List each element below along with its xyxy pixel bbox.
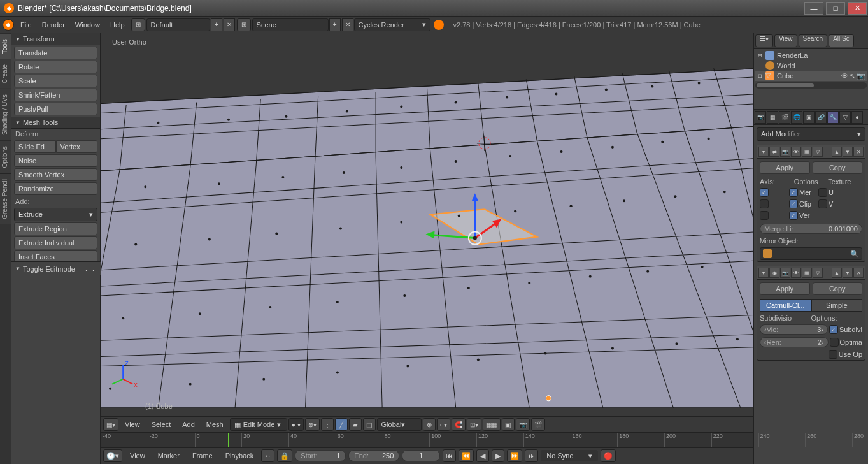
mod-display-icon[interactable]: 👁 xyxy=(791,147,801,157)
pivot-icon[interactable]: ⊕▾ xyxy=(305,418,320,431)
tl-playback-menu[interactable]: Playback xyxy=(220,452,259,460)
mod2-moveup-icon[interactable]: ▲ xyxy=(832,268,842,278)
scene-delete-button[interactable]: ✕ xyxy=(342,18,353,31)
render-preview-icon[interactable]: ▣ xyxy=(502,418,515,431)
render-engine-select[interactable]: Cycles Render▾ xyxy=(354,18,430,31)
outliner-item-renderlayers[interactable]: ⊞RenderLa xyxy=(755,50,867,61)
tl-frame-menu[interactable]: Frame xyxy=(187,452,218,460)
mirror-copy-button[interactable]: Copy xyxy=(813,161,863,174)
limit-selection-icon[interactable]: ◫ xyxy=(363,418,376,431)
mod2-delete-icon[interactable]: ✕ xyxy=(853,268,864,278)
start-frame-field[interactable]: Start:1 xyxy=(295,450,346,461)
play-reverse-icon[interactable]: ◀ xyxy=(476,449,489,462)
merge-limit-field[interactable]: Merge Li:0.001000 xyxy=(760,224,862,234)
layout-add-button[interactable]: + xyxy=(211,18,222,31)
timeline-ruler[interactable]: -40-200204060801001201401601802002202402… xyxy=(101,433,753,448)
props-scene-icon[interactable]: 🎬 xyxy=(779,111,790,124)
extrude-dropdown[interactable]: Extrude▾ xyxy=(14,208,97,221)
smooth-vertex-button[interactable]: Smooth Vertex xyxy=(14,168,97,181)
last-operator-panel[interactable]: Toggle Editmode ⋮⋮ xyxy=(11,261,101,275)
outliner-item-cube[interactable]: ⊞▽Cube👁↖📷 xyxy=(755,71,867,81)
tab-options[interactable]: Options xyxy=(0,140,11,173)
outliner-all-scenes[interactable]: All Sc xyxy=(829,34,854,47)
tab-shading-uvs[interactable]: Shading / UVs xyxy=(0,89,11,140)
outliner-item-world[interactable]: World xyxy=(755,61,867,71)
slide-vertex-button[interactable]: Vertex xyxy=(56,140,98,153)
3d-viewport[interactable]: z x User Ortho (1) Cube xyxy=(101,33,753,416)
cursor-icon[interactable]: ↖ xyxy=(850,72,855,80)
noise-button[interactable]: Noise xyxy=(14,154,97,167)
props-modifiers-icon[interactable]: 🔧 xyxy=(827,111,839,124)
help-menu[interactable]: Help xyxy=(105,21,130,29)
outliner[interactable]: ⊞RenderLa World ⊞▽Cube👁↖📷 xyxy=(754,49,868,110)
vertex-select-icon[interactable]: ⋮ xyxy=(321,418,334,431)
jump-start-icon[interactable]: ⏮ xyxy=(443,449,456,462)
mirror-clip-checkbox[interactable]: ✓ xyxy=(789,199,798,208)
current-frame-field[interactable]: 1 xyxy=(402,450,440,461)
vp-mesh-menu[interactable]: Mesh xyxy=(201,421,229,428)
subsurf-copy-button[interactable]: Copy xyxy=(813,282,863,295)
autokey-icon[interactable]: 🔴 xyxy=(601,449,616,462)
add-modifier-dropdown[interactable]: Add Modifier▾ xyxy=(757,127,865,141)
mod-moveup-icon[interactable]: ▲ xyxy=(832,147,842,157)
view-subdiv-field[interactable]: ‹Vie:3› xyxy=(760,324,828,335)
tl-view-menu[interactable]: View xyxy=(125,452,150,460)
scene-add-button[interactable]: + xyxy=(329,18,341,31)
extrude-region-button[interactable]: Extrude Region xyxy=(14,222,97,235)
tab-tools[interactable]: Tools xyxy=(0,33,11,59)
scale-button[interactable]: Scale xyxy=(14,75,97,87)
scene-select[interactable]: Scene xyxy=(252,18,329,31)
mirror-tex-v-checkbox[interactable] xyxy=(818,199,827,208)
screen-layout-select[interactable]: Default xyxy=(146,18,210,31)
mirror-vgroup-checkbox[interactable]: ✓ xyxy=(789,211,798,220)
screen-layout-browse-icon[interactable]: ⊞ xyxy=(131,18,145,31)
scene-browse-icon[interactable]: ⊞ xyxy=(237,18,251,31)
mod2-cage-icon[interactable]: ▽ xyxy=(813,268,823,278)
mod-editmode-icon[interactable]: ▦ xyxy=(802,147,812,157)
tl-lock-icon[interactable]: 🔒 xyxy=(277,449,292,462)
timeline-cursor[interactable] xyxy=(228,433,229,447)
shrink-fatten-button[interactable]: Shrink/Fatten xyxy=(14,89,97,101)
mod-expand-icon[interactable]: ▾ xyxy=(758,147,769,157)
window-close-button[interactable]: ✕ xyxy=(848,2,867,15)
proportional-edit-icon[interactable]: ○▾ xyxy=(437,418,450,431)
catmull-clark-toggle[interactable]: Catmull-Cl... xyxy=(760,299,811,312)
file-menu[interactable]: File xyxy=(15,21,37,29)
camera-icon[interactable]: 📷 xyxy=(857,72,865,80)
mod-delete-icon[interactable]: ✕ xyxy=(853,147,864,157)
translate-button[interactable]: Translate xyxy=(14,47,97,59)
manipulator-toggle-icon[interactable]: ⊕ xyxy=(423,418,436,431)
outliner-view-menu[interactable]: View xyxy=(774,34,797,47)
blender-logo-icon[interactable]: ◆ xyxy=(3,19,14,31)
sync-mode-select[interactable]: No Sync▾ xyxy=(541,450,598,461)
snap-type-icon[interactable]: ⊡▾ xyxy=(467,418,481,431)
props-data-icon[interactable]: ▽ xyxy=(839,111,851,124)
slide-edge-button[interactable]: Slide Ed xyxy=(14,140,56,153)
tab-create[interactable]: Create xyxy=(0,59,11,89)
play-icon[interactable]: ▶ xyxy=(492,449,504,462)
props-render-icon[interactable]: 📷 xyxy=(755,111,766,124)
mirror-z-checkbox[interactable] xyxy=(760,211,769,220)
mirror-tex-u-checkbox[interactable] xyxy=(818,188,827,197)
mirror-merge-checkbox[interactable]: ✓ xyxy=(789,188,798,197)
props-constraints-icon[interactable]: 🔗 xyxy=(815,111,827,124)
vp-select-menu[interactable]: Select xyxy=(146,421,176,428)
tab-grease-pencil[interactable]: Grease Pencil xyxy=(0,173,11,224)
tl-range-icon[interactable]: ↔ xyxy=(261,449,274,462)
outliner-type-icon[interactable]: ☰▾ xyxy=(755,34,773,47)
mod2-expand-icon[interactable]: ▾ xyxy=(758,268,769,278)
mod-cage-icon[interactable]: ▽ xyxy=(813,147,823,157)
eye-icon[interactable]: 👁 xyxy=(841,72,848,80)
mod2-display-icon[interactable]: 👁 xyxy=(791,268,801,278)
mode-select[interactable]: ▦ Edit Mode▾ xyxy=(230,418,287,431)
opengl-render-icon[interactable]: 📷 xyxy=(516,418,530,431)
jump-end-icon[interactable]: ⏭ xyxy=(525,449,538,462)
mod-movedown-icon[interactable]: ▼ xyxy=(843,147,853,157)
editor-type-icon[interactable]: ▦▾ xyxy=(103,418,118,431)
props-world-icon[interactable]: 🌐 xyxy=(791,111,802,124)
meshtools-section-header[interactable]: Mesh Tools xyxy=(11,117,100,129)
opengl-anim-icon[interactable]: 🎬 xyxy=(531,418,545,431)
outliner-scrollbar[interactable] xyxy=(755,82,867,89)
rotate-button[interactable]: Rotate xyxy=(14,61,97,73)
push-pull-button[interactable]: Push/Pull xyxy=(14,103,97,115)
